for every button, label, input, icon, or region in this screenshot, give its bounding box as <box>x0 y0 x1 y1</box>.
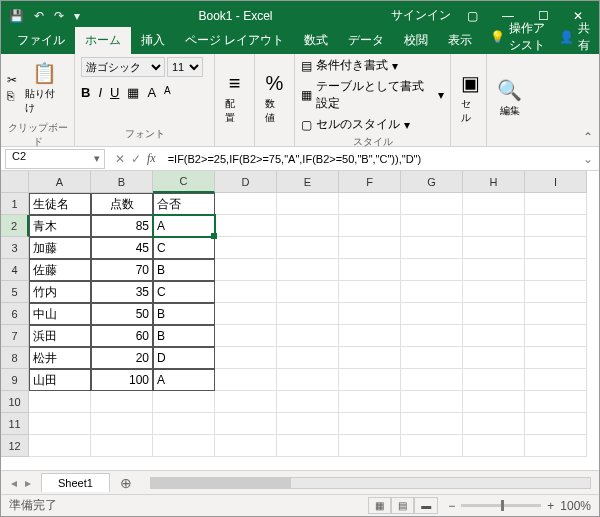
number-button[interactable]: %数値 <box>261 68 288 129</box>
cell-I12[interactable] <box>525 435 587 457</box>
cell-B6[interactable]: 50 <box>91 303 153 325</box>
cell-G11[interactable] <box>401 413 463 435</box>
cell-B11[interactable] <box>91 413 153 435</box>
cell-A6[interactable]: 中山 <box>29 303 91 325</box>
fx-icon[interactable]: fx <box>147 151 156 166</box>
cell-B2[interactable]: 85 <box>91 215 153 237</box>
cell-B7[interactable]: 60 <box>91 325 153 347</box>
expand-formula-bar-icon[interactable]: ⌄ <box>577 152 599 166</box>
cell-D5[interactable] <box>215 281 277 303</box>
name-box[interactable]: C2 <box>5 149 105 169</box>
row-header-3[interactable]: 3 <box>1 237 29 259</box>
cell-B1[interactable]: 点数 <box>91 193 153 215</box>
cell-E3[interactable] <box>277 237 339 259</box>
cell-G6[interactable] <box>401 303 463 325</box>
cell-E2[interactable] <box>277 215 339 237</box>
cell-G3[interactable] <box>401 237 463 259</box>
cell-D10[interactable] <box>215 391 277 413</box>
cell-H12[interactable] <box>463 435 525 457</box>
col-header-D[interactable]: D <box>215 171 277 193</box>
cell-B12[interactable] <box>91 435 153 457</box>
cell-H6[interactable] <box>463 303 525 325</box>
cell-E11[interactable] <box>277 413 339 435</box>
tab-file[interactable]: ファイル <box>7 27 75 54</box>
zoom-out-button[interactable]: − <box>448 499 455 513</box>
alignment-button[interactable]: ≡配置 <box>221 68 248 129</box>
cell-C10[interactable] <box>153 391 215 413</box>
cell-F12[interactable] <box>339 435 401 457</box>
paste-button[interactable]: 📋 貼り付け <box>21 57 68 119</box>
row-header-6[interactable]: 6 <box>1 303 29 325</box>
cell-I1[interactable] <box>525 193 587 215</box>
col-header-G[interactable]: G <box>401 171 463 193</box>
formula-input[interactable] <box>162 153 577 165</box>
cell-D9[interactable] <box>215 369 277 391</box>
conditional-format-button[interactable]: ▤条件付き書式 ▾ <box>301 57 444 74</box>
cell-A9[interactable]: 山田 <box>29 369 91 391</box>
cell-H9[interactable] <box>463 369 525 391</box>
cell-A12[interactable] <box>29 435 91 457</box>
add-sheet-button[interactable]: ⊕ <box>110 475 142 491</box>
col-header-A[interactable]: A <box>29 171 91 193</box>
sheet-nav-next-icon[interactable]: ▸ <box>25 476 31 490</box>
col-header-B[interactable]: B <box>91 171 153 193</box>
zoom-value[interactable]: 100% <box>560 499 591 513</box>
bold-button[interactable]: B <box>81 85 90 100</box>
cell-I2[interactable] <box>525 215 587 237</box>
cell-D7[interactable] <box>215 325 277 347</box>
cell-F5[interactable] <box>339 281 401 303</box>
cell-C6[interactable]: B <box>153 303 215 325</box>
cell-F4[interactable] <box>339 259 401 281</box>
cell-F9[interactable] <box>339 369 401 391</box>
cell-F11[interactable] <box>339 413 401 435</box>
col-header-I[interactable]: I <box>525 171 587 193</box>
tab-review[interactable]: 校閲 <box>394 27 438 54</box>
cell-C12[interactable] <box>153 435 215 457</box>
cell-D12[interactable] <box>215 435 277 457</box>
cell-G2[interactable] <box>401 215 463 237</box>
tab-home[interactable]: ホーム <box>75 27 131 54</box>
cell-D1[interactable] <box>215 193 277 215</box>
row-header-12[interactable]: 12 <box>1 435 29 457</box>
cell-E10[interactable] <box>277 391 339 413</box>
cell-F7[interactable] <box>339 325 401 347</box>
cell-D4[interactable] <box>215 259 277 281</box>
cell-H1[interactable] <box>463 193 525 215</box>
cell-H2[interactable] <box>463 215 525 237</box>
cell-F3[interactable] <box>339 237 401 259</box>
tab-formulas[interactable]: 数式 <box>294 27 338 54</box>
cell-A5[interactable]: 竹内 <box>29 281 91 303</box>
row-header-8[interactable]: 8 <box>1 347 29 369</box>
cell-E5[interactable] <box>277 281 339 303</box>
cut-icon[interactable]: ✂ <box>7 73 17 87</box>
select-all-corner[interactable] <box>1 171 29 193</box>
cell-H7[interactable] <box>463 325 525 347</box>
zoom-in-button[interactable]: + <box>547 499 554 513</box>
editing-button[interactable]: 🔍編集 <box>493 74 526 122</box>
col-header-F[interactable]: F <box>339 171 401 193</box>
redo-icon[interactable]: ↷ <box>54 9 64 23</box>
cell-E4[interactable] <box>277 259 339 281</box>
cell-G7[interactable] <box>401 325 463 347</box>
undo-icon[interactable]: ↶ <box>34 9 44 23</box>
cell-A7[interactable]: 浜田 <box>29 325 91 347</box>
underline-button[interactable]: U <box>110 85 119 100</box>
cell-I11[interactable] <box>525 413 587 435</box>
cell-B10[interactable] <box>91 391 153 413</box>
cell-E8[interactable] <box>277 347 339 369</box>
format-table-button[interactable]: ▦テーブルとして書式設定 ▾ <box>301 78 444 112</box>
cell-C1[interactable]: 合否 <box>153 193 215 215</box>
italic-button[interactable]: I <box>98 85 102 100</box>
cell-H4[interactable] <box>463 259 525 281</box>
cell-B3[interactable]: 45 <box>91 237 153 259</box>
cell-F8[interactable] <box>339 347 401 369</box>
cell-I5[interactable] <box>525 281 587 303</box>
cell-E6[interactable] <box>277 303 339 325</box>
cell-B9[interactable]: 100 <box>91 369 153 391</box>
cell-A10[interactable] <box>29 391 91 413</box>
col-header-C[interactable]: C <box>153 171 215 193</box>
cell-A1[interactable]: 生徒名 <box>29 193 91 215</box>
cell-E1[interactable] <box>277 193 339 215</box>
cell-C8[interactable]: D <box>153 347 215 369</box>
font-size-select[interactable]: 11 <box>167 57 203 77</box>
